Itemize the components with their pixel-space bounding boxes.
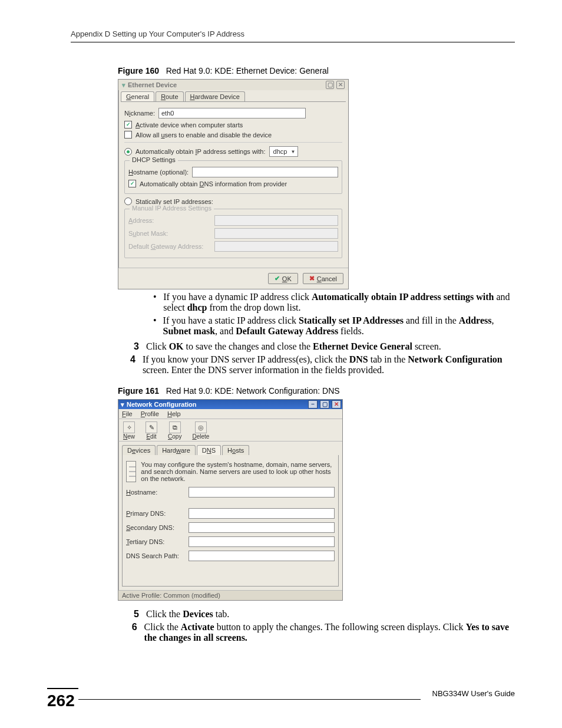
menu-profile[interactable]: Profile — [141, 410, 159, 417]
subnet-input — [214, 228, 338, 239]
toolbar-delete[interactable]: ◎Delete — [192, 421, 209, 440]
dhcp-settings-group: DHCP Settings Hostname (optional): Autom… — [124, 160, 342, 194]
hostname-label: Hostname (optional): — [128, 169, 189, 176]
nc-hostname-label: Hostname: — [126, 489, 184, 496]
step-3: 3 Click OK to save the changes and close… — [130, 341, 515, 352]
toolbar-edit[interactable]: ✎Edit — [146, 421, 157, 440]
nc-title-text: Network Configuration — [127, 401, 197, 408]
step-4: 4 If you know your DNS server IP address… — [130, 354, 515, 375]
nickname-input[interactable]: eth0 — [158, 108, 306, 118]
bullet-2: • If you have a static IP address click … — [153, 315, 515, 337]
running-header: Appendix D Setting up Your Computer's IP… — [71, 29, 515, 42]
tab-bar: General Route Hardware Device — [118, 90, 348, 101]
ethernet-device-dialog: ▾ Ethernet Device ▢ ✕ General Route Hard… — [118, 79, 349, 289]
nc-search-input[interactable] — [189, 551, 335, 561]
maximize-icon[interactable]: ▢ — [326, 81, 334, 89]
auto-dns-label: Automatically obtain DNS information fro… — [140, 180, 287, 187]
manual-legend: Manual IP Address Settings — [130, 205, 214, 212]
nickname-label: Nickname: — [124, 110, 155, 117]
nc-search-label: DNS Search Path: — [126, 552, 184, 559]
manual-ip-group: Manual IP Address Settings Address: Subn… — [124, 209, 342, 258]
figure-161-caption: Figure 161 Red Hat 9.0: KDE: Network Con… — [118, 386, 515, 396]
guide-name: NBG334W User's Guide — [421, 689, 515, 698]
figure-161-title: Red Hat 9.0: KDE: Network Configuration:… — [166, 386, 340, 396]
figure-160-label: Figure 160 — [118, 66, 159, 75]
subnet-label: Subnet Mask: — [128, 230, 211, 237]
menu-file[interactable]: File — [122, 410, 133, 417]
figure-161-label: Figure 161 — [118, 386, 159, 396]
close-icon[interactable]: ✕ — [336, 81, 345, 89]
tab-hosts[interactable]: Hosts — [222, 445, 249, 455]
page-number: 262 — [47, 688, 78, 710]
hostname-input[interactable] — [192, 167, 338, 177]
allow-users-checkbox[interactable] — [124, 131, 132, 139]
copy-icon: ⧉ — [169, 421, 181, 433]
toolbar-new[interactable]: ✧New — [123, 421, 135, 440]
ok-button[interactable]: ✔ OK — [268, 273, 298, 284]
dialog-title: Ethernet Device — [128, 81, 177, 88]
nc-primary-input[interactable] — [189, 508, 335, 519]
address-label: Address: — [128, 217, 211, 224]
nc-secondary-input[interactable] — [189, 522, 335, 533]
activate-label: Activate device when computer starts — [135, 121, 243, 129]
bullet-1: • If you have a dynamic IP address click… — [153, 292, 515, 313]
tab-devices[interactable]: Devices — [122, 445, 156, 455]
auto-ip-dropdown[interactable]: dhcp ▼ — [269, 146, 299, 157]
step-6: 6 Click the Activate button to apply the… — [130, 622, 515, 643]
tab-hardware[interactable]: Hardware — [157, 445, 196, 455]
auto-dns-checkbox[interactable] — [128, 180, 136, 187]
nc-tertiary-input[interactable] — [189, 536, 335, 547]
minimize-icon[interactable]: – — [308, 400, 318, 409]
step-5: 5 Click the Devices tab. — [130, 609, 515, 620]
x-icon: ✖ — [309, 275, 315, 282]
close-icon[interactable]: ✕ — [332, 400, 341, 409]
activate-checkbox[interactable] — [124, 121, 132, 129]
static-ip-label: Statically set IP addresses: — [135, 198, 213, 205]
menubar: File Profile Help — [118, 409, 342, 419]
tab-route[interactable]: Route — [156, 91, 183, 101]
status-bar: Active Profile: Common (modified) — [118, 590, 342, 600]
dns-description: You may configure the system's hostname,… — [141, 461, 335, 482]
check-icon: ✔ — [275, 275, 280, 282]
new-icon: ✧ — [123, 421, 135, 433]
toolbar: ✧New ✎Edit ⧉Copy ◎Delete — [118, 419, 342, 442]
auto-ip-label: Automatically obtain IP address settings… — [135, 148, 266, 155]
address-input — [214, 215, 338, 226]
chevron-down-icon: ▾ — [121, 401, 124, 409]
allow-users-label: Allow all users to enable and disable th… — [135, 131, 272, 139]
chevron-down-icon: ▼ — [290, 149, 295, 154]
nc-tertiary-label: Tertiary DNS: — [126, 538, 184, 545]
dns-list-icon — [126, 461, 136, 482]
delete-icon: ◎ — [195, 421, 207, 433]
nc-hostname-input[interactable] — [189, 487, 335, 498]
gateway-label: Default Gateway Address: — [128, 243, 211, 250]
menu-help[interactable]: Help — [167, 410, 181, 417]
maximize-icon[interactable]: ▢ — [320, 400, 329, 409]
page-footer: 262 NBG334W User's Guide — [0, 688, 562, 710]
auto-ip-value: dhcp — [273, 148, 287, 155]
network-configuration-dialog: ▾ Network Configuration – ▢ ✕ File Profi… — [118, 399, 343, 601]
chevron-down-icon: ▾ — [122, 81, 125, 89]
auto-ip-radio[interactable] — [124, 148, 132, 156]
figure-160-title: Red Hat 9.0: KDE: Ethernet Device: Gener… — [166, 66, 329, 75]
gateway-input — [214, 241, 338, 252]
tab-general[interactable]: General — [121, 91, 154, 101]
tab-hardware[interactable]: Hardware Device — [185, 91, 245, 101]
nc-secondary-label: Secondary DNS: — [126, 524, 184, 531]
dhcp-legend: DHCP Settings — [130, 156, 178, 163]
figure-160-caption: Figure 160 Red Hat 9.0: KDE: Ethernet De… — [118, 66, 515, 75]
toolbar-copy[interactable]: ⧉Copy — [168, 421, 181, 440]
edit-icon: ✎ — [146, 421, 157, 433]
nc-primary-label: Primary DNS: — [126, 510, 184, 517]
cancel-button[interactable]: ✖ Cancel — [303, 273, 343, 284]
tab-dns[interactable]: DNS — [197, 445, 221, 455]
